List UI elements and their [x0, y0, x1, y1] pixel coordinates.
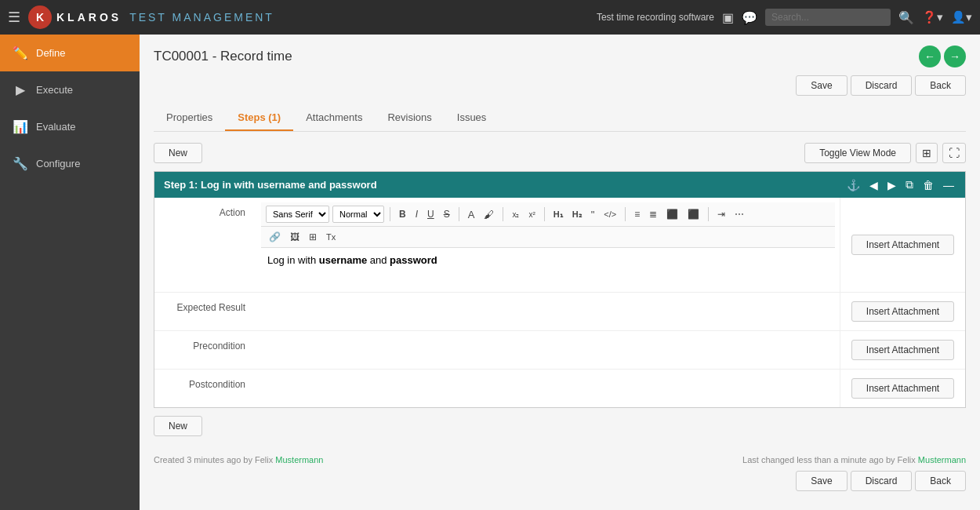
bold-button[interactable]: B — [396, 207, 409, 221]
new-step-button-bottom[interactable]: New — [154, 416, 202, 436]
page-title: TC00001 - Record time — [154, 49, 292, 64]
h2-button[interactable]: H₂ — [569, 208, 585, 221]
tab-properties[interactable]: Properties — [154, 105, 225, 131]
step-next-icon[interactable]: ▶ — [886, 179, 898, 191]
step-body: Action Sans Serif Normal B I — [154, 198, 965, 407]
highlight-button[interactable]: 🖌 — [481, 207, 497, 222]
font-size-select[interactable]: Normal — [332, 206, 384, 223]
subscript-button[interactable]: x₂ — [509, 209, 522, 220]
sidebar-item-define[interactable]: ✏️ Define — [0, 35, 140, 71]
step-collapse-icon[interactable]: — — [942, 179, 956, 191]
expected-result-label: Expected Result — [154, 293, 256, 330]
sidebar-item-configure[interactable]: 🔧 Configure — [0, 145, 140, 182]
postcondition-attachment-col: Insert Attachment — [840, 370, 965, 407]
action-row: Action Sans Serif Normal B I — [154, 198, 965, 293]
ordered-list-button[interactable]: ≣ — [646, 207, 660, 221]
editor-toolbar-row2: 🔗 🖼 ⊞ Tx — [261, 227, 835, 248]
sidebar-item-execute[interactable]: ▶ Execute — [0, 71, 140, 108]
align-right-button[interactable]: ⬛ — [684, 207, 702, 221]
chat-icon[interactable]: 💬 — [742, 10, 757, 25]
page-footer: Created 3 minutes ago by Felix Musterman… — [154, 449, 966, 491]
step-prev-icon[interactable]: ◀ — [868, 179, 880, 191]
bottom-save-button[interactable]: Save — [796, 471, 847, 491]
prev-button[interactable]: ← — [919, 46, 941, 67]
postcondition-editor[interactable] — [261, 374, 835, 403]
expected-result-field — [256, 293, 840, 330]
separator-2 — [459, 207, 459, 221]
clear-format-button[interactable]: Tx — [323, 231, 339, 243]
action-editor-content[interactable]: Log in with username and password — [261, 248, 835, 287]
separator-1 — [390, 207, 390, 221]
new-step-button-top[interactable]: New — [154, 143, 202, 163]
top-discard-button[interactable]: Discard — [851, 75, 913, 96]
sidebar: ✏️ Define ▶ Execute 📊 Evaluate 🔧 Configu… — [0, 35, 140, 510]
blockquote-button[interactable]: " — [588, 207, 598, 222]
precondition-editor[interactable] — [261, 336, 835, 364]
separator-5 — [625, 207, 626, 221]
strikethrough-button[interactable]: S — [441, 207, 453, 221]
app-title: TEST MANAGEMENT — [129, 11, 274, 24]
logo-text: KLAROS — [56, 11, 122, 24]
help-icon[interactable]: ❓▾ — [922, 10, 943, 24]
changed-by-link[interactable]: Mustermann — [918, 455, 966, 464]
font-family-select[interactable]: Sans Serif — [266, 206, 329, 223]
page-nav-buttons: ← → — [919, 46, 966, 67]
tab-steps[interactable]: Steps (1) — [225, 105, 293, 131]
execute-icon: ▶ — [13, 82, 28, 97]
tab-revisions[interactable]: Revisions — [375, 105, 444, 131]
font-color-button[interactable]: A — [465, 207, 478, 222]
user-icon[interactable]: 👤▾ — [951, 10, 972, 24]
superscript-button[interactable]: x² — [525, 209, 538, 220]
more-button[interactable]: ⋯ — [731, 207, 747, 221]
hamburger-menu-icon[interactable]: ☰ — [8, 9, 20, 26]
insert-attachment-precondition[interactable]: Insert Attachment — [851, 340, 954, 360]
separator-3 — [503, 207, 503, 221]
align-left-button[interactable]: ⬛ — [663, 207, 681, 221]
tab-attachments[interactable]: Attachments — [293, 105, 375, 131]
indent-button[interactable]: ⇥ — [714, 207, 728, 221]
bottom-back-button[interactable]: Back — [915, 471, 966, 491]
h1-button[interactable]: H₁ — [550, 208, 566, 221]
sidebar-item-evaluate[interactable]: 📊 Evaluate — [0, 108, 140, 145]
step-block: Step 1: Log in with username and passwor… — [154, 171, 966, 408]
bottom-new-btn-row: New — [154, 416, 966, 436]
expected-result-editor[interactable] — [261, 297, 835, 326]
next-button[interactable]: → — [944, 46, 966, 67]
italic-button[interactable]: I — [412, 207, 421, 221]
table-button[interactable]: ⊞ — [306, 230, 320, 244]
code-button[interactable]: </> — [601, 208, 619, 220]
link-button[interactable]: 🔗 — [266, 230, 284, 244]
bottom-discard-button[interactable]: Discard — [851, 471, 913, 491]
expected-result-row: Expected Result Insert Attachment — [154, 293, 965, 331]
sidebar-item-define-label: Define — [36, 47, 66, 59]
top-back-button[interactable]: Back — [915, 75, 966, 96]
unordered-list-button[interactable]: ≡ — [631, 207, 643, 221]
search-input[interactable] — [765, 9, 891, 26]
image-button[interactable]: 🖼 — [287, 230, 303, 244]
app-logo: K KLAROS — [28, 5, 122, 29]
insert-attachment-action[interactable]: Insert Attachment — [851, 235, 954, 255]
expand-icon-button[interactable]: ⛶ — [942, 143, 966, 163]
insert-attachment-postcondition[interactable]: Insert Attachment — [851, 378, 954, 399]
topnav: ☰ K KLAROS TEST MANAGEMENT Test time rec… — [0, 0, 980, 35]
step-delete-icon[interactable]: 🗑 — [921, 179, 935, 191]
changed-text: Last changed less than a minute ago by F… — [742, 455, 966, 464]
compress-icon-button[interactable]: ⊞ — [916, 143, 938, 163]
underline-button[interactable]: U — [424, 207, 437, 221]
top-save-button[interactable]: Save — [796, 75, 847, 96]
window-icon[interactable]: ▣ — [722, 10, 734, 25]
editor-toolbar: Sans Serif Normal B I U S A — [261, 202, 835, 227]
top-action-bar: New Toggle View Mode ⊞ ⛶ — [154, 143, 966, 163]
created-by-link[interactable]: Mustermann — [275, 455, 323, 464]
define-icon: ✏️ — [13, 46, 28, 60]
created-text: Created 3 minutes ago by Felix Musterman… — [154, 455, 323, 464]
step-copy-icon[interactable]: ⧉ — [904, 178, 915, 191]
step-anchor-icon[interactable]: ⚓ — [845, 179, 862, 191]
insert-attachment-expected[interactable]: Insert Attachment — [851, 301, 954, 322]
postcondition-label: Postcondition — [154, 370, 256, 407]
toggle-view-button[interactable]: Toggle View Mode — [804, 143, 911, 163]
tab-issues[interactable]: Issues — [445, 105, 499, 131]
main-layout: ✏️ Define ▶ Execute 📊 Evaluate 🔧 Configu… — [0, 35, 980, 510]
sidebar-item-configure-label: Configure — [36, 158, 80, 169]
search-icon[interactable]: 🔍 — [898, 10, 914, 25]
